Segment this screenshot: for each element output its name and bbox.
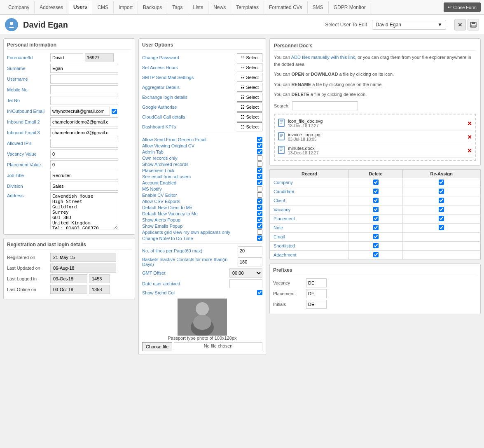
doc-delete-svg[interactable]: ✕	[467, 120, 472, 127]
row-reassign-vacancy[interactable]	[403, 205, 480, 214]
select-btn-access-hours[interactable]: ☷ Select	[237, 63, 262, 72]
doc-delete-jpg[interactable]: ✕	[467, 134, 472, 140]
prefix-row-initials: Initials	[273, 300, 477, 309]
nav-tab-formatted-cvs[interactable]: Formatted CVs	[264, 1, 308, 14]
address-textarea[interactable]: Cavendish House High Street Guildford Su…	[50, 192, 118, 229]
row-reassign-note[interactable]	[403, 223, 480, 232]
id-input[interactable]	[85, 53, 114, 62]
row-delete-candidate[interactable]	[348, 187, 402, 196]
check-default-client[interactable]	[257, 205, 262, 210]
check-allow-view-cv[interactable]	[257, 143, 262, 148]
check-row-admin-tab: Admin Tab	[142, 149, 262, 154]
check-show-srchd[interactable]	[257, 290, 262, 295]
lines-per-page-input[interactable]	[238, 246, 262, 255]
user-select-dropdown[interactable]: David Egan ▼	[372, 20, 446, 30]
row-delete-company[interactable]	[348, 178, 402, 187]
docs-search-input[interactable]	[292, 101, 358, 110]
surname-input[interactable]	[50, 64, 118, 73]
nav-tab-gdpr[interactable]: GDPR Monitor	[329, 1, 371, 14]
inbound-email3-input[interactable]	[50, 128, 118, 137]
row-reassign-company[interactable]	[403, 178, 480, 187]
check-allow-send[interactable]	[257, 137, 262, 142]
placement-value-input[interactable]	[50, 160, 118, 169]
prefix-input-initials[interactable]	[306, 300, 327, 309]
registration-section: Registration and last login details Regi…	[3, 238, 135, 299]
gmt-offset-select[interactable]: 00:00 +01:00 -01:00	[229, 268, 262, 278]
prefix-input-vacancy[interactable]	[306, 278, 327, 287]
forename-input[interactable]	[50, 53, 83, 62]
row-reassign-placement[interactable]	[403, 214, 480, 223]
nav-tab-news[interactable]: News	[208, 1, 231, 14]
check-csv-exports[interactable]	[257, 198, 262, 204]
inbound-email2-input[interactable]	[50, 117, 118, 126]
row-delete-shortlisted[interactable]	[348, 241, 402, 250]
registered-on-value	[50, 253, 116, 262]
select-btn-aggregator[interactable]: ☷ Select	[237, 83, 262, 92]
nav-tab-import[interactable]: Import	[114, 1, 138, 14]
nav-tab-lists[interactable]: Lists	[188, 1, 209, 14]
check-change-note[interactable]	[257, 236, 262, 241]
check-show-archived[interactable]	[257, 161, 262, 167]
prefix-input-placement[interactable]	[306, 289, 327, 298]
row-reassign-candidate[interactable]	[403, 187, 480, 196]
nav-tab-backups[interactable]: Backups	[138, 1, 167, 14]
baskets-inactive-label: Baskets Inactive Contacts for more than(…	[142, 257, 238, 267]
docs-add-link[interactable]: ADD files manually with this link,	[291, 55, 356, 60]
doc-name-docx[interactable]: minutes.docx	[288, 146, 464, 151]
check-cv-editor[interactable]	[257, 192, 262, 198]
close-form-button[interactable]: ↩ Close Form	[444, 2, 481, 12]
select-btn-cloudcall[interactable]: ☷ Select	[237, 112, 262, 121]
docs-drop-area[interactable]: icon_file_doc.svg 13-Dec-18 12:27 ✕ invo…	[274, 114, 476, 161]
nav-tab-addresses[interactable]: Addresses	[35, 1, 68, 14]
row-delete-placement[interactable]	[348, 214, 402, 223]
check-ms-notify[interactable]	[257, 186, 262, 191]
row-delete-client[interactable]	[348, 196, 402, 205]
check-default-vacancy[interactable]	[257, 211, 262, 216]
check-see-all-email[interactable]	[257, 174, 262, 179]
nav-tab-cms[interactable]: CMS	[92, 1, 114, 14]
inbound-email-checkbox[interactable]	[112, 109, 117, 114]
select-btn-google[interactable]: ☷ Select	[237, 103, 262, 112]
doc-name-svg[interactable]: icon_file_doc.svg	[288, 119, 464, 124]
doc-delete-docx[interactable]: ✕	[467, 147, 472, 154]
check-emails-popup[interactable]	[257, 223, 262, 229]
check-alerts-popup[interactable]	[257, 217, 262, 222]
row-label-placement: Placement	[270, 214, 349, 223]
username-input[interactable]	[50, 75, 118, 84]
job-title-input[interactable]	[50, 171, 118, 180]
select-btn-dashboard[interactable]: ☷ Select	[237, 122, 262, 131]
check-row-csv-exports: Allow CSV Exports	[142, 198, 262, 204]
check-own-records[interactable]	[257, 155, 262, 161]
vacancy-value-input[interactable]	[50, 149, 118, 159]
tel-input[interactable]	[50, 96, 118, 105]
check-placement-lock[interactable]	[257, 168, 262, 173]
select-btn-exchange[interactable]: ☷ Select	[237, 93, 262, 102]
check-own-applicants[interactable]	[257, 229, 262, 235]
check-admin-tab[interactable]	[257, 149, 262, 154]
inbound-email-input[interactable]	[50, 107, 110, 116]
docs-search-row: Search:	[274, 101, 476, 110]
division-input[interactable]	[50, 182, 118, 191]
baskets-inactive-input[interactable]	[238, 257, 262, 266]
nav-tab-users[interactable]: Users	[68, 1, 92, 14]
doc-name-jpg[interactable]: invoice_logo.jpg	[288, 132, 464, 137]
nav-tab-templates[interactable]: Templates	[231, 1, 264, 14]
check-account-enabled[interactable]	[257, 180, 262, 185]
select-btn-change-password[interactable]: ☷ Select	[237, 53, 262, 62]
row-delete-email[interactable]	[348, 232, 402, 241]
nav-tab-tags[interactable]: Tags	[167, 1, 188, 14]
row-delete-attachment[interactable]	[348, 250, 402, 259]
last-online-time	[89, 285, 110, 294]
mobile-input[interactable]	[50, 85, 118, 94]
save-button[interactable]	[468, 19, 479, 30]
row-delete-vacancy[interactable]	[348, 205, 402, 214]
choose-file-button[interactable]: Choose file	[142, 342, 172, 351]
nav-tab-company[interactable]: Company	[3, 1, 35, 14]
nav-tab-sms[interactable]: SMS	[308, 1, 329, 14]
close-x-button[interactable]: ✕	[454, 19, 466, 30]
row-delete-note[interactable]	[348, 223, 402, 232]
select-btn-smtp[interactable]: ☷ Select	[237, 73, 262, 82]
date-archived-input[interactable]	[229, 279, 262, 288]
row-reassign-client[interactable]	[403, 196, 480, 205]
allowed-ips-input[interactable]	[50, 139, 118, 148]
